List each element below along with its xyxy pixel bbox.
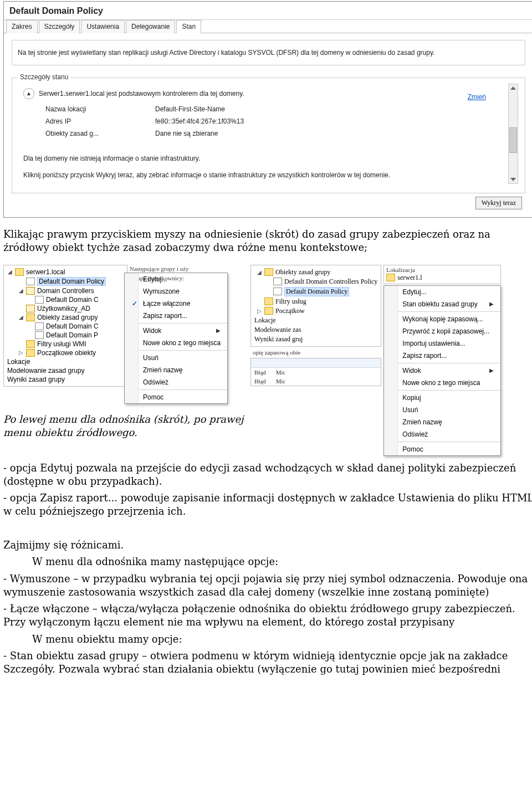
body-paragraph: - opcja Zapisz raport... powoduje zapisa… bbox=[3, 491, 532, 519]
tab-zakres[interactable]: Zakres bbox=[6, 20, 38, 33]
tree-item[interactable]: Wyniki zasad grupy bbox=[7, 375, 124, 384]
tab-stan[interactable]: Stan bbox=[176, 20, 201, 33]
infra-hint-text: Kliknij poniższy przycisk Wykryj teraz, … bbox=[23, 171, 507, 179]
gpo-icon bbox=[35, 331, 44, 339]
menu-item[interactable]: Widok▶ bbox=[398, 365, 500, 377]
screenshots-row: ◢serwer1.local Default Domain Policy◢Dom… bbox=[3, 265, 532, 456]
backup-label: opię zapasową obie bbox=[250, 347, 381, 358]
menu-item[interactable]: Przywróć z kopii zapasowej... bbox=[398, 325, 500, 337]
folder-icon bbox=[264, 307, 273, 315]
folder-icon bbox=[26, 349, 35, 357]
menu-item[interactable]: Edytuj... bbox=[398, 286, 500, 298]
caption-text: Po lewej menu dla odnośnika (skrót), po … bbox=[3, 413, 247, 440]
paragraph-intro: Klikając prawym przyciskiem myszy na odn… bbox=[3, 228, 532, 255]
menu-item[interactable]: Pomoc bbox=[398, 443, 500, 455]
collapse-icon[interactable]: ▲ bbox=[23, 88, 34, 99]
body-paragraph: - Łącze włączone – włącza/wyłącza połącz… bbox=[3, 602, 532, 629]
menu-item[interactable]: Widok▶ bbox=[139, 325, 227, 337]
gpo-icon bbox=[35, 296, 44, 304]
menu-item[interactable]: Wymuszone bbox=[139, 285, 227, 297]
domain-icon bbox=[386, 274, 395, 281]
gpo-icon bbox=[273, 278, 282, 285]
tree-item[interactable]: Default Domain C bbox=[7, 295, 124, 304]
infra-missing-text: Dla tej domeny nie istnieją informacje o… bbox=[23, 154, 507, 163]
menu-item[interactable]: Edytuj... bbox=[139, 273, 227, 285]
menu-item[interactable]: Importuj ustawienia... bbox=[398, 337, 500, 350]
tree-item[interactable]: Lokacje bbox=[254, 316, 377, 325]
tree-item[interactable]: Lokacje bbox=[7, 357, 124, 366]
tree-item[interactable]: Default Domain C bbox=[7, 322, 124, 331]
tree-label: Początkowe obiekty bbox=[37, 349, 96, 357]
body-paragraph: W menu obiektu mamy opcje: bbox=[32, 633, 532, 646]
menu-item[interactable]: Zmień nazwę bbox=[139, 364, 227, 376]
kv-key: Adres IP bbox=[45, 117, 145, 126]
result-row: BłądMic bbox=[251, 368, 381, 377]
change-link[interactable]: Zmień bbox=[468, 93, 486, 101]
kv-key: Nazwa lokacji bbox=[45, 105, 145, 114]
menu-item[interactable]: Wykonaj kopię zapasową... bbox=[398, 313, 500, 325]
tab-szczegóły[interactable]: Szczegóły bbox=[39, 20, 80, 33]
tree-item[interactable]: Modelowanie zas bbox=[254, 325, 377, 335]
right-tree: ◢Obiekty zasad grupyDefault Domain Contr… bbox=[250, 265, 381, 347]
result-row: BłądMic bbox=[251, 377, 381, 386]
menu-item[interactable]: Zmień nazwę bbox=[398, 416, 500, 428]
kv-value: fe80::35ef:4fc4:267e:1f03%13 bbox=[155, 117, 507, 126]
tree-item[interactable]: ◢Obiekty zasad grupy bbox=[254, 268, 377, 277]
tab-delegowanie[interactable]: Delegowanie bbox=[126, 20, 175, 33]
menu-item[interactable]: Usuń bbox=[398, 404, 500, 416]
tree-item[interactable]: Default Domain Controllers Policy bbox=[254, 277, 377, 286]
mid-top-label: Następujące grupy i uży bbox=[127, 265, 228, 273]
tree-item[interactable]: Filtry usługi WMI bbox=[7, 340, 124, 348]
ou-icon bbox=[26, 287, 35, 295]
kv-value: Default-First-Site-Name bbox=[155, 105, 507, 114]
menu-item[interactable]: Odśwież bbox=[398, 428, 500, 440]
menu-item[interactable]: Zapisz raport... bbox=[398, 350, 500, 362]
folder-icon bbox=[264, 268, 273, 276]
tree-root: serwer1.local bbox=[26, 268, 65, 276]
menu-item[interactable]: Kopiuj bbox=[398, 392, 500, 404]
menu-item[interactable]: Odśwież bbox=[139, 376, 227, 388]
ou-icon bbox=[26, 305, 35, 312]
location-header: Lokalizacja bbox=[386, 266, 498, 273]
menu-item[interactable]: Pomoc bbox=[139, 391, 227, 403]
menu-item[interactable]: Nowe okno z tego miejsca bbox=[139, 337, 227, 349]
tab-ustawienia[interactable]: Ustawienia bbox=[81, 20, 125, 33]
location-value: serwer1.l bbox=[397, 274, 422, 282]
menu-item[interactable]: Nowe okno z tego miejsca bbox=[398, 377, 500, 389]
tree-item[interactable]: Filtry usług bbox=[254, 297, 377, 306]
status-description: Na tej stronie jest wyświetlany stan rep… bbox=[12, 40, 525, 65]
menu-item[interactable]: Usuń bbox=[139, 352, 227, 364]
tree-label: Filtry usługi WMI bbox=[37, 340, 86, 348]
tree-item[interactable]: Modelowanie zasad grupy bbox=[7, 366, 124, 375]
tree-item[interactable]: ◢Domain Controllers bbox=[7, 286, 124, 295]
left-context-menu: Edytuj...Wymuszone✓Łącze włączoneZapisz … bbox=[124, 273, 228, 404]
domain-icon bbox=[15, 268, 24, 276]
menu-item[interactable]: ✓Łącze włączone bbox=[139, 297, 227, 310]
gpo-status-panel: Default Domain Policy ZakresSzczegółyUst… bbox=[3, 1, 532, 218]
tree-item[interactable]: Wyniki zasad gruj bbox=[254, 335, 377, 344]
tree-item[interactable]: ▷Początkowe obiekty bbox=[7, 348, 124, 357]
menu-item[interactable]: Stan obiektu zasad grupy▶ bbox=[398, 298, 500, 310]
results-table: BłądMicBłądMic bbox=[250, 358, 381, 386]
tree-item[interactable]: Default Domain Policy bbox=[254, 286, 377, 297]
tree-item[interactable]: ◢Obiekty zasad grupy bbox=[7, 313, 124, 322]
body-paragraph: - Stan obiektu zasad grupy – otwiera pod… bbox=[3, 649, 532, 676]
detect-now-button[interactable]: Wykryj teraz bbox=[475, 197, 522, 209]
menu-item[interactable]: Zapisz raport... bbox=[139, 310, 227, 322]
tree-item[interactable]: Default Domain P bbox=[7, 331, 124, 340]
status-details-group: Szczegóły stanu ▲ Serwer1.serwer1.local … bbox=[12, 78, 525, 193]
tree-item[interactable]: ▷Początkow bbox=[254, 306, 377, 316]
group-legend: Szczegóły stanu bbox=[18, 73, 70, 81]
right-context-menu: Edytuj...Stan obiektu zasad grupy▶Wykona… bbox=[383, 285, 501, 456]
tree-item[interactable]: Użytkownikcy_AD bbox=[7, 304, 124, 313]
gpo-icon bbox=[26, 278, 35, 285]
tree-label: Filtry usług bbox=[275, 297, 306, 306]
tree-label: Użytkownikcy_AD bbox=[37, 305, 90, 312]
tab-strip: ZakresSzczegółyUstawieniaDelegowanieStan bbox=[4, 19, 532, 33]
tree-item[interactable]: Default Domain Policy bbox=[7, 276, 124, 286]
tree-label: Początkow bbox=[275, 307, 305, 315]
left-tree: ◢serwer1.local Default Domain Policy◢Dom… bbox=[3, 265, 127, 387]
submenu-arrow-icon: ▶ bbox=[489, 301, 494, 307]
group-scrollbar[interactable] bbox=[508, 84, 518, 184]
body-paragraph: - opcja Edytuj pozwala na przejście do e… bbox=[3, 461, 532, 489]
